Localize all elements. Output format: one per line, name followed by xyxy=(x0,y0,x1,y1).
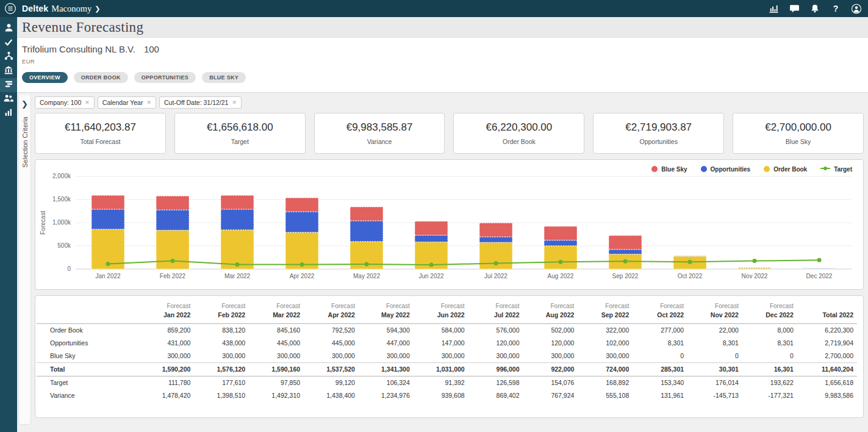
bell-icon[interactable] xyxy=(809,3,820,14)
remove-filter-icon[interactable]: ✕ xyxy=(232,99,237,106)
svg-text:Forecast: Forecast xyxy=(40,211,46,234)
forecast-header-cell: Forecast xyxy=(687,300,742,310)
value-cell: 838,120 xyxy=(194,323,249,337)
forecast-header-cell: Forecast xyxy=(140,300,195,310)
empty-header-cell xyxy=(37,300,140,310)
value-cell: 2,700,000 xyxy=(797,350,857,363)
sidebar-item-bar-chart-icon[interactable] xyxy=(0,106,17,120)
kpi-label: Order Book xyxy=(503,138,536,145)
legend-item-opportunities[interactable]: Opportunities xyxy=(701,165,751,173)
chat-icon[interactable] xyxy=(789,3,800,14)
value-cell: 1,590,160 xyxy=(249,362,304,376)
table-header-months-row: Jan 2022Feb 2022Mar 2022Apr 2022May 2022… xyxy=(37,310,857,324)
forecast-header-cell xyxy=(797,300,857,310)
tab-overview[interactable]: OVERVIEW xyxy=(22,72,68,83)
tab-blue-sky[interactable]: BLUE SKY xyxy=(202,72,246,83)
kpi-label: Target xyxy=(231,138,249,145)
value-cell: 11,640,204 xyxy=(797,362,857,376)
legend-item-order-book[interactable]: Order Book xyxy=(764,165,807,173)
kpi-card-order-book: €6,220,300.00Order Book xyxy=(453,113,584,154)
bank-icon xyxy=(4,65,13,77)
value-cell: 584,000 xyxy=(414,323,468,337)
month-header-cell: May 2022 xyxy=(359,310,414,324)
check-icon xyxy=(4,37,13,49)
tab-opportunities[interactable]: OPPORTUNITIES xyxy=(134,72,196,83)
month-header-cell: Jun 2022 xyxy=(414,310,468,324)
value-cell: 153,340 xyxy=(633,376,687,389)
brand-logo[interactable]: Deltek Maconomy ❯ xyxy=(22,4,101,14)
remove-filter-icon[interactable]: ✕ xyxy=(146,99,151,106)
svg-text:?: ? xyxy=(833,4,839,13)
value-cell: 147,000 xyxy=(414,337,468,350)
value-cell: 502,000 xyxy=(523,323,578,337)
kpi-card-target: €1,656,618.00Target xyxy=(174,113,306,154)
sidebar-item-people-icon[interactable] xyxy=(0,92,17,106)
kpi-card-variance: €9,983,585.87Variance xyxy=(314,113,445,154)
value-cell: 1,341,300 xyxy=(359,362,414,376)
legend-label: Blue Sky xyxy=(661,166,687,173)
filter-chips-row: Company: 100✕Calendar Year✕Cut-Off Date:… xyxy=(35,96,864,109)
forecast-table: ForecastForecastForecastForecastForecast… xyxy=(37,300,857,402)
brand-chevron-icon: ❯ xyxy=(95,5,100,13)
expand-panel-chevron-icon[interactable]: ❯ xyxy=(21,100,28,108)
help-icon[interactable]: ? xyxy=(830,3,841,14)
value-cell: 193,622 xyxy=(742,376,797,389)
value-cell: 8,000 xyxy=(742,323,797,337)
view-tabs: OVERVIEWORDER BOOKOPPORTUNITIESBLUE SKY xyxy=(22,72,868,83)
month-header-cell: Aug 2022 xyxy=(523,310,578,324)
legend-item-blue-sky[interactable]: Blue Sky xyxy=(651,165,687,173)
month-header-cell: Jul 2022 xyxy=(468,310,523,324)
content-area: ❯ Selection Criteria Company: 100✕Calend… xyxy=(17,93,868,432)
analytics-icon[interactable] xyxy=(768,3,779,14)
sidebar-item-workspace-bars-icon[interactable] xyxy=(0,78,17,92)
forecast-header-cell: Forecast xyxy=(633,300,687,310)
value-cell: 111,780 xyxy=(140,376,195,389)
forecast-header-cell: Forecast xyxy=(523,300,578,310)
value-cell: 131,961 xyxy=(633,389,687,402)
page-title-bar: Revenue Forecasting xyxy=(17,17,868,38)
value-cell: 792,520 xyxy=(304,323,359,337)
forecast-header-cell: Forecast xyxy=(359,300,414,310)
selection-criteria-label: Selection Criteria xyxy=(21,117,29,168)
kpi-card-blue-sky: €2,700,000.00Blue Sky xyxy=(733,113,864,154)
hamburger-menu-icon[interactable] xyxy=(4,2,17,15)
value-cell: 22,000 xyxy=(687,323,742,337)
tab-order-book[interactable]: ORDER BOOK xyxy=(74,72,128,83)
value-cell: 2,719,904 xyxy=(797,337,857,350)
value-cell: 8,301 xyxy=(742,337,797,350)
value-cell: 8,301 xyxy=(633,337,687,350)
month-header-cell: Total 2022 xyxy=(797,310,857,324)
filter-chip[interactable]: Company: 100✕ xyxy=(35,96,95,109)
user-icon xyxy=(4,23,14,35)
account-icon[interactable] xyxy=(851,3,862,14)
svg-text:Dec 2022: Dec 2022 xyxy=(806,273,833,279)
table-header-forecast-row: ForecastForecastForecastForecastForecast… xyxy=(37,300,857,310)
legend-line-icon xyxy=(820,165,830,173)
brand-maconomy: Maconomy xyxy=(51,4,91,14)
svg-text:Mar 2022: Mar 2022 xyxy=(224,273,251,279)
filter-chip[interactable]: Cut-Off Date: 31/12/21✕ xyxy=(159,96,242,109)
chart-legend: Blue SkyOpportunitiesOrder BookTarget xyxy=(38,161,861,173)
sidebar-item-user-icon[interactable] xyxy=(0,22,17,36)
filter-chip[interactable]: Calendar Year✕ xyxy=(98,96,156,109)
value-cell: 1,537,520 xyxy=(304,362,359,376)
sidebar-item-bank-icon[interactable] xyxy=(0,64,17,78)
row-label: Blue Sky xyxy=(37,350,140,363)
value-cell: 277,000 xyxy=(633,323,687,337)
kpi-label: Opportunities xyxy=(640,138,678,145)
kpi-cards-row: €11,640,203.87Total Forecast€1,656,618.0… xyxy=(35,113,864,154)
sidebar-item-hierarchy-icon[interactable] xyxy=(0,50,17,64)
value-cell: 120,000 xyxy=(468,337,523,350)
remove-filter-icon[interactable]: ✕ xyxy=(85,99,90,106)
company-section: Trifolium Consulting NL B.V. 100 EUR OVE… xyxy=(17,38,868,93)
legend-item-target[interactable]: Target xyxy=(820,165,852,173)
svg-text:500k: 500k xyxy=(57,242,71,249)
sidebar-item-check-icon[interactable] xyxy=(0,36,17,50)
company-name: Trifolium Consulting NL B.V. xyxy=(22,44,135,54)
value-cell: 576,000 xyxy=(468,323,523,337)
kpi-value: €2,719,903.87 xyxy=(625,121,692,134)
value-cell: 120,000 xyxy=(523,337,578,350)
value-cell: 1,438,400 xyxy=(304,389,359,402)
svg-text:Oct 2022: Oct 2022 xyxy=(678,273,703,279)
forecast-header-cell: Forecast xyxy=(194,300,249,310)
